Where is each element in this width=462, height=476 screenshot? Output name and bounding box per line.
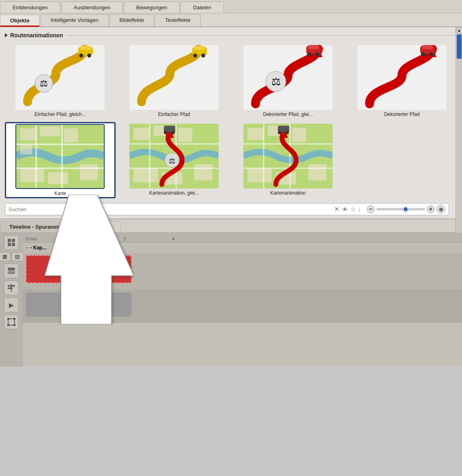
tool-transform-btn[interactable]: [4, 315, 19, 329]
eye-icon[interactable]: 👁: [342, 206, 348, 213]
anim-label-einfacher-pfad-gleich: Einfacher Pfad, gleich...: [34, 111, 86, 117]
svg-rect-56: [247, 168, 272, 182]
anim-label-dekorierter-pfad: Dekorierter Pfad: [384, 111, 419, 117]
anim-item-dekorierter-pfad[interactable]: Dekorierter Pfad: [346, 43, 457, 119]
tool-grid-btn[interactable]: [4, 235, 19, 250]
close-icon[interactable]: ✕: [334, 206, 340, 213]
anim-label-dekorierter-pfad-gleich: Dekorierter Pfad, glei...: [263, 111, 313, 117]
svg-rect-77: [7, 318, 9, 320]
tool-split-btn[interactable]: [4, 264, 19, 278]
tab-einblendungen[interactable]: Einblendungen: [0, 2, 60, 13]
svg-point-3: [87, 54, 91, 58]
anim-thumb-dekorierter-pfad-gleich: ⚖: [243, 45, 333, 110]
tab-ausblendungen[interactable]: Ausblendungen: [61, 2, 123, 13]
clip-flexi-label: Flexi-Collage:...: [61, 273, 97, 279]
timeline-ruler: 0 min 2 3 4: [23, 233, 462, 242]
tool-add-below-btn[interactable]: ⊟: [12, 252, 23, 261]
svg-rect-37: [178, 128, 192, 142]
section-header: Routenanimationen: [5, 32, 457, 39]
timeline-tools: ⊞ ⊟ ▶: [0, 233, 23, 367]
timeline-tracks: 0 min 2 3 4 − - Kap... ↓ Flexi-Collage:.…: [23, 233, 462, 367]
svg-point-21: [429, 52, 433, 56]
bottom-section: Timeline - Spuransicht Storyboard ⊞ ⊟: [0, 219, 462, 367]
track-spur2-content: Spur 2: [23, 290, 462, 322]
track-kap-label: - Kap...: [30, 245, 46, 251]
anim-thumb-kartenanimation-gleich: ⚖: [129, 124, 219, 189]
svg-rect-1: [80, 46, 91, 50]
track-spur2: Spur 2: [23, 290, 462, 323]
svg-rect-80: [13, 324, 15, 326]
svg-rect-28: [20, 168, 44, 182]
scrollbar-thumb[interactable]: [457, 34, 462, 59]
clip-flexi-collage[interactable]: ↓ Flexi-Collage:...: [26, 255, 131, 283]
svg-rect-19: [422, 45, 433, 49]
svg-text:⚖: ⚖: [271, 75, 280, 88]
search-input[interactable]: [9, 206, 332, 212]
svg-rect-27: [80, 165, 98, 180]
tab-timeline-spur[interactable]: Timeline - Spuransicht: [0, 221, 75, 232]
anim-label-kartenanimation-gleich: Kartenanimation, glei...: [149, 190, 199, 196]
tool-play-btn[interactable]: ▶: [4, 298, 19, 312]
tab-texteffekte[interactable]: Texteffekte: [155, 14, 201, 26]
zoom-slider[interactable]: [376, 208, 425, 210]
anim-label-karte: Karte: [54, 191, 66, 196]
svg-point-65: [286, 131, 289, 134]
anim-label-einfacher-pfad: Einfacher Pfad: [158, 111, 190, 117]
tab-bewegungen[interactable]: Bewegungen: [124, 2, 180, 13]
svg-point-64: [278, 131, 281, 134]
svg-rect-39: [133, 168, 158, 182]
svg-rect-26: [20, 145, 32, 155]
svg-rect-52: [247, 128, 264, 140]
svg-rect-66: [8, 239, 11, 242]
section-divider: [67, 35, 457, 36]
clip-arrow-down-icon: ↓: [76, 259, 82, 273]
svg-point-2: [79, 54, 83, 58]
bottom-tab-bar: Timeline - Spuransicht Storyboard: [0, 219, 462, 233]
ruler-mark-4: 4: [172, 236, 196, 241]
svg-text:⚖: ⚖: [169, 157, 175, 165]
svg-rect-70: [8, 268, 15, 270]
anim-item-einfacher-pfad-gleich[interactable]: ⚖ Einfacher Pfad, gleich...: [5, 43, 116, 119]
svg-rect-69: [12, 243, 15, 246]
zoom-out-btn[interactable]: −: [367, 205, 375, 213]
main-panel: Routenanimationen ⚖ Ei: [0, 27, 462, 219]
animation-grid: ⚖ Einfacher Pfad, gleich... Einfacher Pf…: [5, 43, 457, 198]
svg-rect-29: [48, 172, 68, 184]
track-collapse-icon[interactable]: −: [26, 245, 28, 250]
svg-point-14: [315, 52, 319, 56]
svg-rect-54: [292, 128, 306, 142]
track-spur2-empty: Spur 2: [26, 292, 131, 317]
section-collapse-icon[interactable]: [5, 33, 8, 37]
zoom-reset-btn[interactable]: ⊗: [436, 205, 445, 214]
svg-point-13: [307, 52, 311, 56]
tool-align-btn[interactable]: [4, 281, 19, 295]
svg-rect-12: [308, 45, 319, 49]
tab-storyboard[interactable]: Storyboard: [76, 221, 120, 232]
zoom-in-btn[interactable]: +: [427, 205, 435, 213]
zoom-slider-thumb[interactable]: [403, 206, 408, 212]
svg-rect-67: [12, 239, 15, 242]
tab-dateien[interactable]: Dateien: [181, 2, 224, 13]
empty-slot: [346, 122, 457, 198]
scrollbar-up-btn[interactable]: ▲: [456, 27, 462, 34]
tab-objekte[interactable]: Objekte: [0, 15, 40, 27]
svg-rect-71: [8, 271, 15, 274]
anim-item-einfacher-pfad[interactable]: Einfacher Pfad: [119, 43, 230, 119]
anim-item-karte[interactable]: Karte: [5, 122, 116, 198]
timeline-area: ⊞ ⊟ ▶: [0, 233, 462, 367]
tool-add-above-btn[interactable]: ⊞: [0, 252, 11, 261]
anim-item-kartenanimation[interactable]: Kartenanimation: [233, 122, 344, 198]
star-icon[interactable]: ☆: [350, 206, 356, 213]
svg-rect-25: [64, 129, 78, 142]
anim-thumb-karte: [15, 124, 105, 189]
tab-bildeffekte[interactable]: Bildeffekte: [110, 14, 154, 26]
svg-rect-35: [133, 128, 150, 140]
tab-intelligente-vorlagen[interactable]: Intelligente Vorlagen: [41, 14, 109, 26]
svg-rect-78: [13, 318, 15, 320]
anim-item-kartenanimation-gleich[interactable]: ⚖ Kartenanimation, glei...: [119, 122, 230, 198]
ruler-mark-3: 3: [123, 236, 148, 241]
section-title: Routenanimationen: [10, 32, 63, 39]
track-kap-content: ↓ Flexi-Collage:...: [23, 253, 462, 289]
ruler-mark-0: 0 min: [26, 236, 50, 241]
anim-item-dekorierter-pfad-gleich[interactable]: ⚖ Dekorierter Pfad, glei...: [233, 43, 344, 119]
